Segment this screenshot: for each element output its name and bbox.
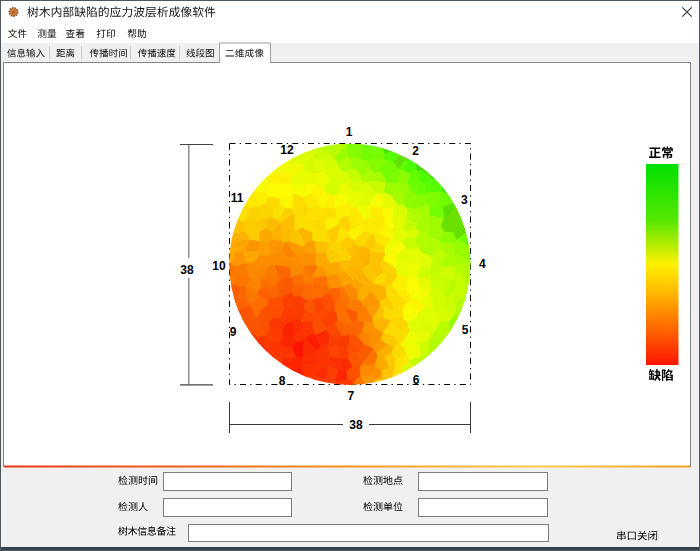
svg-text:4: 4 [479,257,486,271]
svg-text:12: 12 [280,143,294,157]
svg-text:9: 9 [230,325,237,339]
svg-text:38: 38 [180,263,194,277]
svg-text:10: 10 [212,259,226,273]
svg-text:5: 5 [462,323,469,337]
svg-text:3: 3 [461,193,468,207]
svg-text:2: 2 [412,144,419,158]
svg-text:38: 38 [349,418,363,432]
svg-text:7: 7 [347,389,354,403]
svg-text:11: 11 [231,191,244,205]
svg-text:6: 6 [413,373,420,387]
svg-text:8: 8 [279,374,286,388]
svg-text:1: 1 [346,125,353,139]
